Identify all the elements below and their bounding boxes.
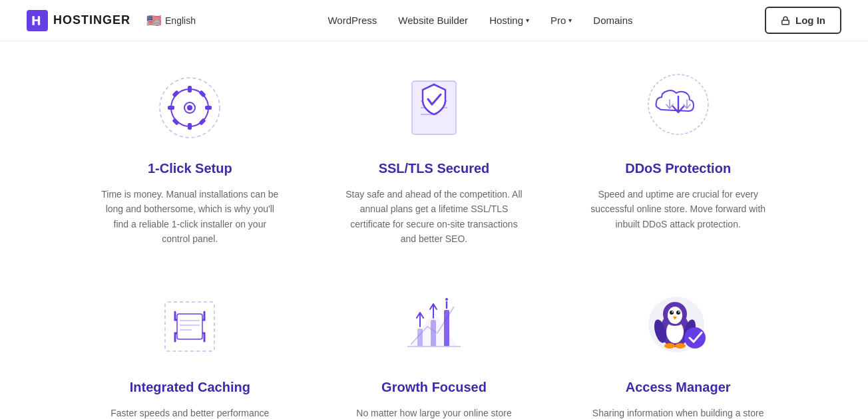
- ddos-desc: Speed and uptime are crucial for every s…: [589, 187, 767, 231]
- svg-point-12: [187, 105, 192, 110]
- language-selector[interactable]: 🇺🇸 English: [146, 13, 196, 28]
- caching-icon: [150, 287, 230, 366]
- access-desc: Sharing information when building a stor…: [589, 406, 767, 419]
- svg-point-40: [676, 311, 680, 315]
- feature-access: Access Manager Sharing information when …: [556, 273, 800, 419]
- growth-icon: [394, 287, 474, 366]
- svg-point-32: [445, 298, 448, 301]
- svg-rect-6: [168, 106, 174, 110]
- hostinger-h-icon: [31, 14, 44, 27]
- nav-hosting[interactable]: Hosting ▾: [489, 15, 529, 26]
- svg-rect-26: [417, 329, 423, 347]
- svg-point-46: [675, 343, 686, 349]
- logo[interactable]: HOSTINGER: [27, 10, 130, 31]
- one-click-setup-title: 1-Click Setup: [148, 161, 232, 176]
- logo-text: HOSTINGER: [53, 13, 130, 27]
- nav-domains[interactable]: Domains: [593, 15, 632, 26]
- nav-left: HOSTINGER 🇺🇸 English: [27, 10, 196, 31]
- svg-point-47: [684, 327, 706, 349]
- nav-pro[interactable]: Pro ▾: [550, 15, 572, 26]
- nav-wordpress[interactable]: WordPress: [327, 15, 377, 26]
- nav-right: Log In: [765, 7, 841, 34]
- feature-caching: Integrated Caching Faster speeds and bet…: [68, 273, 312, 419]
- caching-desc: Faster speeds and better performance mea…: [101, 406, 279, 419]
- feature-ssl: SSL/TLS Secured Stay safe and ahead of t…: [312, 55, 556, 273]
- ssl-desc: Stay safe and ahead of the competition. …: [345, 187, 523, 247]
- nav-center: WordPress Website Builder Hosting ▾ Pro …: [327, 15, 632, 26]
- features-grid: 1-Click Setup Time is money. Manual inst…: [68, 55, 800, 419]
- one-click-setup-desc: Time is money. Manual installations can …: [101, 187, 279, 247]
- svg-point-39: [670, 311, 674, 315]
- pro-chevron-icon: ▾: [568, 17, 572, 24]
- svg-rect-28: [444, 310, 449, 347]
- flag-icon: 🇺🇸: [146, 13, 161, 28]
- svg-rect-4: [188, 86, 192, 92]
- ddos-title: DDoS Protection: [625, 161, 731, 176]
- feature-one-click-setup: 1-Click Setup Time is money. Manual inst…: [68, 55, 312, 273]
- hosting-chevron-icon: ▾: [526, 17, 529, 24]
- nav-pro-label: Pro: [550, 15, 566, 26]
- svg-rect-5: [188, 123, 192, 130]
- svg-rect-7: [205, 106, 212, 110]
- ssl-icon: [394, 68, 474, 148]
- main-content: 1-Click Setup Time is money. Manual inst…: [0, 41, 868, 419]
- one-click-setup-icon: [150, 68, 230, 148]
- access-title: Access Manager: [626, 380, 731, 395]
- growth-desc: No matter how large your online store gr…: [345, 406, 523, 419]
- svg-point-45: [664, 343, 675, 349]
- ssl-title: SSL/TLS Secured: [379, 161, 490, 176]
- language-label: English: [165, 15, 196, 26]
- access-icon: [638, 287, 718, 366]
- lock-icon: [781, 16, 790, 25]
- navbar: HOSTINGER 🇺🇸 English WordPress Website B…: [0, 0, 868, 41]
- svg-rect-0: [782, 20, 789, 24]
- nav-hosting-label: Hosting: [489, 15, 523, 26]
- svg-point-42: [678, 311, 680, 313]
- svg-rect-27: [431, 320, 436, 347]
- login-label: Log In: [795, 15, 825, 26]
- caching-title: Integrated Caching: [130, 380, 250, 395]
- logo-icon: [27, 10, 48, 31]
- feature-ddos: DDoS Protection Speed and uptime are cru…: [556, 55, 800, 273]
- nav-website-builder[interactable]: Website Builder: [398, 15, 468, 26]
- ddos-icon: [638, 68, 718, 148]
- svg-point-41: [672, 311, 673, 313]
- feature-growth: Growth Focused No matter how large your …: [312, 273, 556, 419]
- svg-point-38: [668, 307, 682, 324]
- svg-rect-22: [177, 314, 202, 339]
- growth-title: Growth Focused: [381, 380, 487, 395]
- login-button[interactable]: Log In: [765, 7, 841, 34]
- svg-rect-10: [172, 118, 180, 125]
- svg-rect-8: [172, 90, 180, 97]
